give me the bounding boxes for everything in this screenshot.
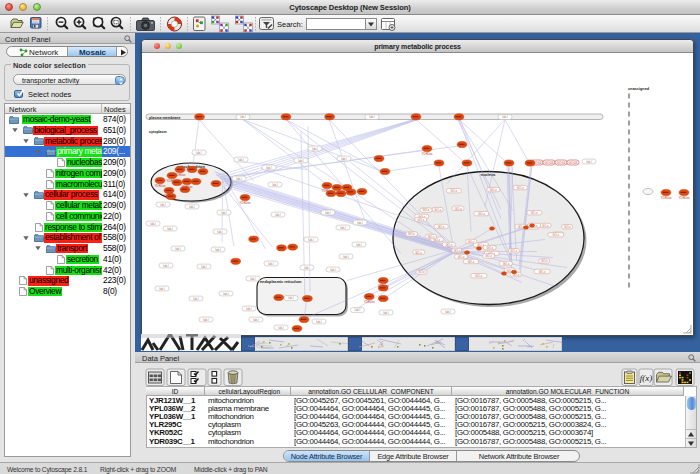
svg-text:lab-l: lab-l <box>340 225 346 229</box>
svg-text:GO-x: GO-x <box>552 233 559 237</box>
svg-text:lab-l: lab-l <box>272 182 278 186</box>
svg-text:lab-l: lab-l <box>196 150 202 154</box>
svg-text:GO-x: GO-x <box>478 211 485 215</box>
svg-text:YDR0xx: YDR0xx <box>154 183 166 187</box>
svg-text:lab-l: lab-l <box>278 325 284 329</box>
svg-text:GO:04: GO:04 <box>545 161 554 165</box>
svg-text:GO-x: GO-x <box>542 223 549 227</box>
svg-text:GO-x: GO-x <box>564 225 571 229</box>
svg-text:GO-x: GO-x <box>438 224 445 228</box>
svg-text:lab-l: lab-l <box>217 229 223 233</box>
svg-text:YDR0xx: YDR0xx <box>660 195 672 199</box>
svg-text:lab-l: lab-l <box>238 157 244 161</box>
svg-text:lab-l: lab-l <box>316 319 322 323</box>
svg-text:lab-l: lab-l <box>383 310 389 314</box>
svg-text:GO-x: GO-x <box>428 234 435 238</box>
svg-text:lab-l: lab-l <box>236 176 242 180</box>
svg-text:YDR0xx: YDR0xx <box>181 184 193 188</box>
svg-text:lab-l: lab-l <box>201 264 207 268</box>
svg-text:YDR0xx: YDR0xx <box>364 299 376 303</box>
svg-text:GO-x: GO-x <box>539 269 546 273</box>
svg-text:lab-l: lab-l <box>298 158 304 162</box>
svg-text:GO-x: GO-x <box>468 239 475 243</box>
svg-text:GO-x: GO-x <box>517 185 524 189</box>
svg-text:GO:04: GO:04 <box>557 161 566 165</box>
svg-text:GO-x: GO-x <box>408 232 415 236</box>
svg-text:lab-l: lab-l <box>193 296 199 300</box>
svg-text:unassigned: unassigned <box>628 86 650 90</box>
svg-text:lab-l: lab-l <box>330 267 336 271</box>
svg-text:lab-l: lab-l <box>369 115 375 119</box>
svg-text:lab-l: lab-l <box>275 212 281 216</box>
svg-text:lab-l: lab-l <box>355 308 361 312</box>
svg-text:GO-x: GO-x <box>531 211 538 215</box>
svg-text:GO-x: GO-x <box>510 249 517 253</box>
svg-text:lab-l: lab-l <box>250 276 256 280</box>
svg-text:GO-x: GO-x <box>423 208 430 212</box>
svg-text:lab-l: lab-l <box>240 115 246 119</box>
svg-text:lab-l: lab-l <box>163 263 169 267</box>
svg-text:YDR0xx: YDR0xx <box>678 195 690 199</box>
svg-text:lab-l: lab-l <box>160 202 166 206</box>
svg-text:cytoplasm: cytoplasm <box>149 129 167 133</box>
svg-text:lab-l: lab-l <box>312 146 318 150</box>
svg-text:GO-x: GO-x <box>490 187 497 191</box>
svg-text:lab-l: lab-l <box>266 165 272 169</box>
svg-text:lab-l: lab-l <box>215 247 221 251</box>
svg-text:GO-x: GO-x <box>455 206 462 210</box>
svg-text:lab-l: lab-l <box>356 242 362 246</box>
svg-text:lab-l: lab-l <box>175 246 181 250</box>
svg-text:GO-x: GO-x <box>446 242 453 246</box>
svg-text:endoplasmic reticulum: endoplasmic reticulum <box>260 280 302 284</box>
svg-text:lab-l: lab-l <box>288 296 294 300</box>
svg-text:GO-x: GO-x <box>468 259 475 263</box>
svg-text:lab-l: lab-l <box>159 286 165 290</box>
svg-text:GO-x: GO-x <box>486 245 493 249</box>
svg-text:GO-x: GO-x <box>434 207 441 211</box>
svg-text:GO-x: GO-x <box>503 261 510 265</box>
svg-text:GO:04: GO:04 <box>569 161 578 165</box>
svg-text:lab-l: lab-l <box>150 221 156 225</box>
svg-text:lab-l: lab-l <box>167 226 173 230</box>
svg-text:lab-l: lab-l <box>221 210 227 214</box>
svg-text:GO-x: GO-x <box>415 250 422 254</box>
svg-text:GO-x: GO-x <box>541 259 548 263</box>
svg-text:lab-l: lab-l <box>325 210 331 214</box>
svg-text:GO-x: GO-x <box>418 270 425 274</box>
svg-text:GO-x: GO-x <box>475 274 482 278</box>
svg-text:lab-l: lab-l <box>304 265 310 269</box>
svg-text:lab-l: lab-l <box>445 309 451 313</box>
svg-text:lab-l: lab-l <box>246 306 252 310</box>
svg-text:GO-x: GO-x <box>417 217 424 221</box>
svg-text:GO-x: GO-x <box>454 248 461 252</box>
svg-text:YDR0xx: YDR0xx <box>378 283 390 287</box>
svg-text:lab-l: lab-l <box>308 237 314 241</box>
svg-text:GO-x: GO-x <box>458 254 465 258</box>
svg-text:lab-l: lab-l <box>253 317 259 321</box>
svg-text:GO-x: GO-x <box>485 254 492 258</box>
svg-text:lab-l: lab-l <box>189 204 195 208</box>
svg-text:lab-l: lab-l <box>268 261 274 265</box>
svg-text:YDR0xx: YDR0xx <box>239 200 251 204</box>
svg-text:YDR0xx: YDR0xx <box>163 193 175 197</box>
svg-text:lab-l: lab-l <box>343 254 349 258</box>
svg-text:YDR0xx: YDR0xx <box>421 151 433 155</box>
svg-text:GO-x: GO-x <box>451 189 458 193</box>
svg-text:YDR0xx: YDR0xx <box>174 172 186 176</box>
svg-text:lab-l: lab-l <box>586 159 592 163</box>
svg-text:plasma membrane: plasma membrane <box>149 115 181 119</box>
svg-text:lab-l: lab-l <box>341 156 347 160</box>
svg-text:lab-l: lab-l <box>223 291 229 295</box>
svg-text:lab-l: lab-l <box>357 220 363 224</box>
svg-text:YDR0xx: YDR0xx <box>166 178 178 182</box>
svg-text:YDR0xx: YDR0xx <box>321 188 333 192</box>
svg-text:lab-l: lab-l <box>203 317 209 321</box>
svg-text:lab-l: lab-l <box>502 115 508 119</box>
svg-text:YDR0xx: YDR0xx <box>331 190 343 194</box>
